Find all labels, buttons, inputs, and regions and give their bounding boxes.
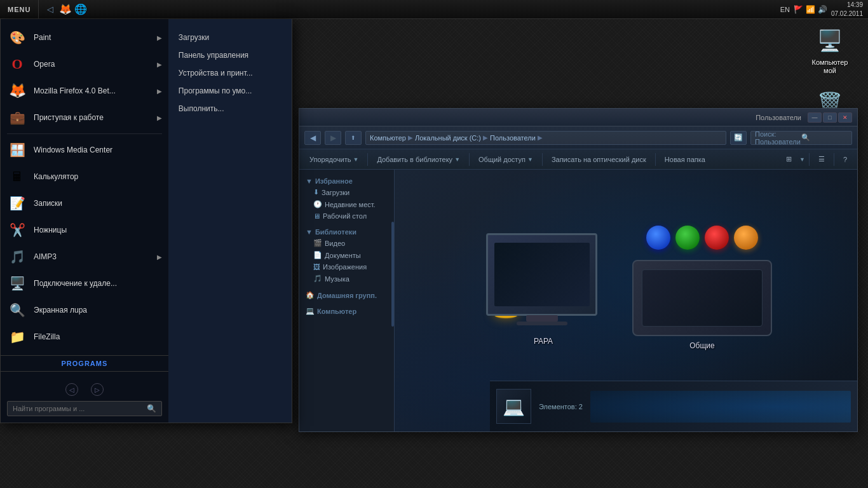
toolbar-add-library[interactable]: Добавить в библиотеку ▼ xyxy=(372,154,465,165)
menu-item-work[interactable]: 💼 Приступая к работе ▶ xyxy=(1,104,168,131)
toolbar-share[interactable]: Общий доступ ▼ xyxy=(473,154,538,165)
menu-item-media[interactable]: 🪟 Windows Media Center xyxy=(1,137,168,163)
menu-item-firefox[interactable]: 🦊 Mozilla Firefox 4.0 Bet... ▶ xyxy=(1,78,168,104)
right-item-default-programs[interactable]: Программы по умо... xyxy=(168,83,292,99)
thumbnail-icon: 💻 xyxy=(496,389,531,424)
menu-item-opera[interactable]: O Opera ▶ xyxy=(1,51,168,78)
menu-item-remote[interactable]: 🖥️ Подключение к удале... xyxy=(1,270,168,297)
nav-btn-right[interactable]: ▷ xyxy=(91,383,104,396)
right-item-downloads[interactable]: Загрузки xyxy=(168,29,292,46)
hdd-graphic xyxy=(632,260,772,336)
scissors-label: Ножницы xyxy=(34,226,162,234)
magnifier-label: Экранная лupa xyxy=(34,306,162,315)
taskbar-icon-browser[interactable]: 🌐 xyxy=(74,3,87,16)
menu-item-paint[interactable]: 🎨 Paint ▶ xyxy=(1,24,168,51)
thumbnail-preview xyxy=(590,391,851,423)
toolbar-new-folder[interactable]: Новая папка xyxy=(660,154,710,165)
right-item-run[interactable]: Выполнить... xyxy=(168,100,292,117)
desktop-icon: 🖥 xyxy=(313,212,320,220)
sidebar-item-recent[interactable]: 🕐 Недавние мест. xyxy=(299,198,394,210)
forward-button[interactable]: ▶ xyxy=(325,131,341,145)
breadcrumb-sep-2: ▶ xyxy=(483,134,488,141)
right-item-control-panel[interactable]: Панель управления xyxy=(168,47,292,64)
menu-item-aimp[interactable]: 🎵 AIMP3 ▶ xyxy=(1,243,168,270)
remote-icon: 🖥️ xyxy=(7,273,27,294)
explorer-content: 🔒 xyxy=(395,170,857,431)
taskbar-icon-back[interactable]: ◁ xyxy=(44,3,57,16)
breadcrumb-sep-1: ▶ xyxy=(408,134,413,141)
sidebar-libraries-header[interactable]: ▼ Библиотеки xyxy=(299,226,394,237)
taskbar-language[interactable]: EN xyxy=(780,6,790,13)
aimp-arrow: ▶ xyxy=(157,254,162,261)
toolbar-sep-5 xyxy=(809,153,810,166)
right-item-devices[interactable]: Устройства и принт... xyxy=(168,65,292,81)
toolbar-organize[interactable]: Упорядочить ▼ xyxy=(304,154,363,165)
desktop-icon-my-computer[interactable]: 🖥️ Компьютермой xyxy=(804,25,855,75)
sidebar-item-downloads[interactable]: ⬇ Загрузки xyxy=(299,186,394,198)
taskbar-network-icon[interactable]: 📶 xyxy=(806,5,815,14)
back-button[interactable]: ◀ xyxy=(304,131,321,145)
separator-1 xyxy=(7,133,162,134)
menu-item-scissors[interactable]: ✂️ Ножницы xyxy=(1,217,168,243)
menu-item-magnifier[interactable]: 🔍 Экранная лupa xyxy=(1,297,168,323)
toolbar-burn[interactable]: Записать на оптический диск xyxy=(546,154,651,165)
refresh-button[interactable]: 🔄 xyxy=(730,131,747,145)
taskbar-system-tray: EN 🚩 📶 🔊 14:39 07.02.2011 xyxy=(780,0,868,18)
taskbar: MENU ◁ 🦊 🌐 EN 🚩 📶 🔊 14:39 07.02.2011 xyxy=(0,0,868,19)
start-menu-program-list: 🎨 Paint ▶ O Opera ▶ 🦊 Mozilla Firefox 4.… xyxy=(1,19,168,355)
breadcrumb-drive[interactable]: Локальный диск (C:) xyxy=(415,134,481,142)
notes-label: Записки xyxy=(34,199,162,208)
sidebar-favorites-header[interactable]: ▼ Избранное xyxy=(299,175,394,186)
start-search-input[interactable] xyxy=(13,405,147,412)
media-center-icon: 🪟 xyxy=(7,140,27,160)
organize-arrow: ▼ xyxy=(353,156,358,163)
explorer-sidebar: ▼ Избранное ⬇ Загрузки 🕐 Недавние мест. … xyxy=(299,170,395,431)
breadcrumb-computer[interactable]: Компьютер xyxy=(370,134,406,142)
view-arrow[interactable]: ▼ xyxy=(799,156,805,163)
taskbar-icon-firefox[interactable]: 🦊 xyxy=(59,3,72,16)
sidebar-scrollbar[interactable] xyxy=(391,222,394,327)
search-box[interactable]: Поиск: Пользователи 🔍 xyxy=(750,131,852,145)
toolbar-sep-3 xyxy=(542,153,543,166)
user-dot-blue xyxy=(646,226,670,250)
opera-icon: O xyxy=(7,54,27,74)
search-box-icon[interactable]: 🔍 xyxy=(801,133,848,142)
start-menu-search-area: ◁ ▷ 🔍 xyxy=(1,371,168,423)
taskbar-menu-button[interactable]: MENU xyxy=(0,0,39,18)
user-dot-orange xyxy=(734,226,758,250)
breadcrumb-sep-3: ▶ xyxy=(538,134,543,141)
up-button[interactable]: ⬆ xyxy=(345,131,362,145)
minimize-button[interactable]: — xyxy=(808,112,822,123)
breadcrumb-users[interactable]: Пользователи xyxy=(490,134,536,142)
maximize-button[interactable]: □ xyxy=(823,112,837,123)
help-button[interactable]: ? xyxy=(838,154,852,165)
address-breadcrumb[interactable]: Компьютер ▶ Локальный диск (C:) ▶ Пользо… xyxy=(365,131,726,145)
scissors-icon: ✂️ xyxy=(7,220,27,240)
paint-label: Paint xyxy=(34,33,154,42)
menu-item-notes[interactable]: 📝 Записки xyxy=(1,190,168,217)
sidebar-item-desktop[interactable]: 🖥 Рабочий стол xyxy=(299,210,394,222)
sidebar-computer-header[interactable]: 💻 Компьютер xyxy=(299,304,394,316)
calculator-icon: 🖩 xyxy=(7,166,27,187)
folder-shared[interactable]: Общие xyxy=(632,226,772,350)
monitor-graphic xyxy=(486,233,600,329)
status-thumbnail-bar: 💻 Элементов: 2 xyxy=(490,381,857,431)
menu-item-calc[interactable]: 🖩 Калькулятор xyxy=(1,163,168,190)
view-details[interactable]: ☰ xyxy=(813,153,830,165)
menu-item-filezilla[interactable]: 📁 FileZilla xyxy=(1,323,168,350)
sidebar-item-music[interactable]: 🎵 Музыка xyxy=(299,273,394,285)
close-button[interactable]: ✕ xyxy=(838,112,852,123)
folder-papa[interactable]: 🔒 xyxy=(480,230,607,346)
taskbar-volume-icon[interactable]: 🔊 xyxy=(818,5,827,14)
nav-btn-left[interactable]: ◁ xyxy=(65,383,78,396)
start-menu-right: Загрузки Панель управления Устройства и … xyxy=(168,19,292,423)
sidebar-item-documents[interactable]: 📄 Документы xyxy=(299,249,394,261)
view-large-icon[interactable]: ⊞ xyxy=(781,153,797,165)
start-search-bar[interactable]: 🔍 xyxy=(7,401,162,416)
homegroup-icon: 🏠 xyxy=(306,291,315,299)
sidebar-item-video[interactable]: 🎬 Видео xyxy=(299,237,394,249)
sidebar-homegroup-header[interactable]: 🏠 Домашняя групп. xyxy=(299,288,394,301)
sidebar-item-images[interactable]: 🖼 Изображения xyxy=(299,261,394,273)
user-dot-red xyxy=(705,226,729,250)
start-search-icon[interactable]: 🔍 xyxy=(147,404,156,413)
